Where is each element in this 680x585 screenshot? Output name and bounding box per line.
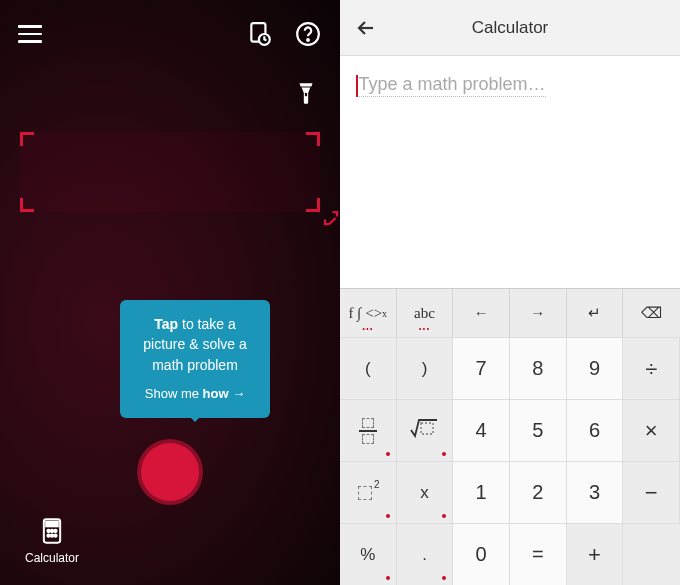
left-paren-key[interactable]: (	[340, 337, 397, 399]
tooltip-secondary-text: Show me how →	[134, 385, 256, 404]
svg-point-8	[51, 530, 53, 532]
scan-frame	[20, 132, 320, 212]
keyboard-toolbar: f ∫ <>x••• abc••• ← → ↵ ⌫	[340, 288, 680, 337]
cursor-left-button[interactable]: ←	[453, 289, 510, 337]
zero-key[interactable]: 0	[453, 523, 510, 585]
svg-rect-4	[305, 93, 307, 96]
svg-point-3	[307, 39, 309, 41]
fraction-key[interactable]	[340, 399, 397, 461]
calculator-header: Calculator	[340, 0, 680, 56]
backspace-button[interactable]: ⌫	[623, 289, 680, 337]
svg-point-7	[47, 530, 49, 532]
svg-rect-13	[421, 423, 433, 434]
camera-header	[0, 0, 340, 48]
keypad: ( ) 7 8 9 ÷ 4 5 6 × 2 x 1 2 3 − % . 0 =	[340, 337, 680, 585]
two-key[interactable]: 2	[510, 461, 567, 523]
equals-key[interactable]: =	[510, 523, 567, 585]
abc-tab[interactable]: abc•••	[397, 289, 454, 337]
resize-handle-icon[interactable]	[322, 209, 340, 232]
divide-key[interactable]: ÷	[623, 337, 680, 399]
percent-key[interactable]: %	[340, 523, 397, 585]
svg-rect-6	[46, 522, 58, 527]
three-key[interactable]: 3	[567, 461, 624, 523]
svg-point-12	[54, 535, 56, 537]
power-key[interactable]: 2	[340, 461, 397, 523]
shutter-button[interactable]	[137, 439, 203, 505]
svg-point-10	[47, 535, 49, 537]
history-icon[interactable]	[246, 20, 274, 48]
back-button[interactable]	[354, 16, 378, 40]
seven-key[interactable]: 7	[453, 337, 510, 399]
functions-tab[interactable]: f ∫ <>x•••	[340, 289, 397, 337]
cursor-right-button[interactable]: →	[510, 289, 567, 337]
svg-point-11	[51, 535, 53, 537]
four-key[interactable]: 4	[453, 399, 510, 461]
decimal-key[interactable]: .	[397, 523, 454, 585]
calculator-shortcut[interactable]: Calculator	[25, 517, 79, 565]
svg-point-9	[54, 530, 56, 532]
input-placeholder: Type a math problem…	[359, 74, 546, 97]
page-title: Calculator	[472, 18, 549, 38]
six-key[interactable]: 6	[567, 399, 624, 461]
x-key[interactable]: x	[397, 461, 454, 523]
add-key[interactable]: +	[567, 523, 624, 585]
help-icon[interactable]	[294, 20, 322, 48]
subtract-key[interactable]: −	[623, 461, 680, 523]
flashlight-icon[interactable]	[292, 80, 320, 108]
tooltip-primary-text: Tap to take a picture & solve a math pro…	[134, 314, 256, 375]
eight-key[interactable]: 8	[510, 337, 567, 399]
nine-key[interactable]: 9	[567, 337, 624, 399]
one-key[interactable]: 1	[453, 461, 510, 523]
calculator-shortcut-label: Calculator	[25, 551, 79, 565]
menu-button[interactable]	[18, 25, 42, 43]
calculator-panel: Calculator Type a math problem… f ∫ <>x•…	[340, 0, 680, 585]
five-key[interactable]: 5	[510, 399, 567, 461]
math-input-area[interactable]: Type a math problem…	[340, 56, 680, 115]
sqrt-key[interactable]	[397, 399, 454, 461]
enter-button[interactable]: ↵	[567, 289, 624, 337]
onboarding-tooltip[interactable]: Tap to take a picture & solve a math pro…	[120, 300, 270, 418]
right-paren-key[interactable]: )	[397, 337, 454, 399]
empty-key	[623, 523, 680, 585]
camera-panel: Tap to take a picture & solve a math pro…	[0, 0, 340, 585]
calculator-icon	[38, 517, 66, 545]
multiply-key[interactable]: ×	[623, 399, 680, 461]
